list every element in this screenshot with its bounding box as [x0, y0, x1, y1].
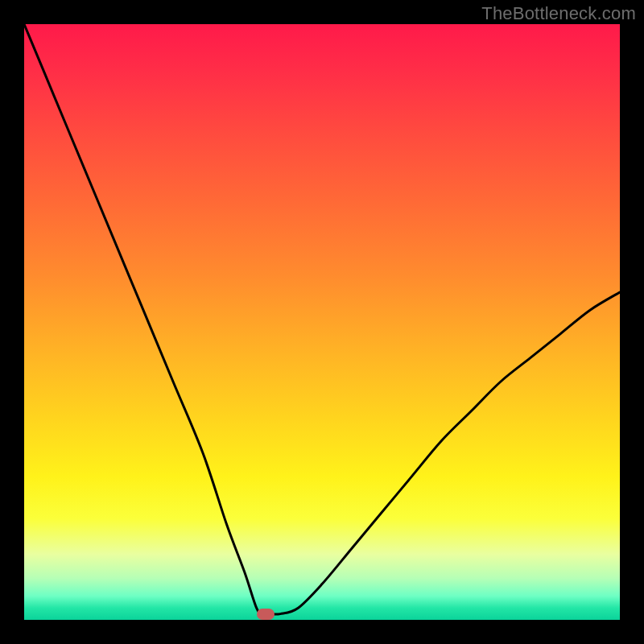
chart-stage: TheBottleneck.com	[0, 0, 644, 644]
bottleneck-curve	[24, 24, 620, 620]
minimum-marker	[257, 609, 275, 620]
plot-area	[24, 24, 620, 620]
watermark-text: TheBottleneck.com	[481, 3, 636, 24]
